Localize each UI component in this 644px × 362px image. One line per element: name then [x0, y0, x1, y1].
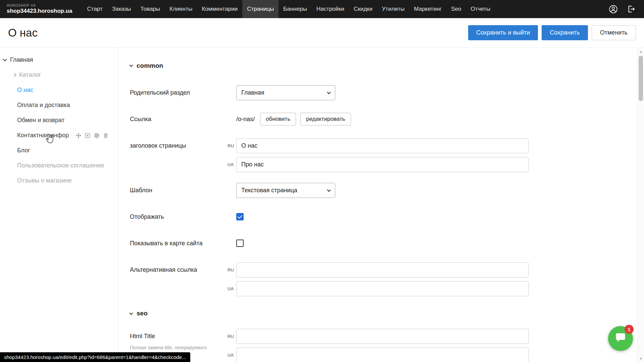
save-and-exit-button[interactable]: Сохранить и выйти: [468, 25, 538, 40]
topbar-right-actions: [609, 0, 644, 18]
lang-badge-ru: RU: [228, 267, 236, 272]
nav-item-clients[interactable]: Клиенты: [165, 0, 197, 18]
nav-item-settings[interactable]: Настройки: [312, 0, 349, 18]
parent-section-select[interactable]: Главная: [236, 85, 335, 100]
logo[interactable]: HOROSHOP V4 shop34423.horoshop.ua: [0, 0, 83, 18]
chevron-down-icon: [129, 311, 133, 315]
chevron-right-icon: [12, 73, 16, 77]
template-select[interactable]: Текстовая страница: [236, 183, 335, 198]
tree-item-label: Пользовательское соглашение: [17, 162, 104, 169]
nav-item-pages[interactable]: Страницы: [242, 0, 279, 18]
lang-badge-ru: RU: [228, 334, 236, 339]
pages-tree-sidebar: Главная Каталог О нас Оплата и доставка …: [0, 48, 118, 362]
logout-icon[interactable]: [627, 5, 635, 13]
tree-item-blog[interactable]: Блог: [0, 143, 118, 158]
scrollbar-thumb[interactable]: [639, 56, 643, 101]
chevron-down-icon: [327, 188, 331, 192]
tree-item-label: Контактная инфор: [17, 132, 69, 139]
section-common-toggle[interactable]: common: [130, 62, 644, 70]
link-refresh-button[interactable]: обновить: [260, 113, 296, 125]
vertical-scrollbar[interactable]: ▲ ▼: [637, 48, 644, 362]
lang-badge-ua: UA: [228, 353, 236, 358]
user-account-icon[interactable]: [609, 5, 618, 14]
nav-item-orders[interactable]: Заказы: [107, 0, 136, 18]
nav-item-utilities[interactable]: Утилиты: [377, 0, 409, 18]
nav-item-start[interactable]: Старт: [83, 0, 107, 18]
select-value: Текстовая страница: [241, 187, 297, 194]
html-title-ru-input[interactable]: [236, 329, 529, 344]
display-checkbox[interactable]: [236, 213, 244, 220]
nav-item-comments[interactable]: Комментарии: [197, 0, 242, 18]
page-title: О нас: [8, 27, 38, 39]
alt-link-ru-input[interactable]: [236, 262, 529, 277]
chat-unread-badge: 1: [625, 325, 634, 334]
page-edit-form: common Родительский раздел Главная Ссылк…: [118, 48, 644, 362]
html-title-ua-input[interactable]: [236, 348, 529, 362]
field-label: Ссылка: [130, 116, 228, 123]
tree-item-katalog[interactable]: Каталог: [0, 67, 118, 83]
form-row-sitemap: Показывать в карте сайта: [130, 236, 644, 251]
nav-item-marketing[interactable]: Маркетинг: [409, 0, 447, 18]
tree-item-oplata[interactable]: Оплата и доставка: [0, 98, 118, 113]
link-path-value: /o-nas/: [236, 116, 255, 123]
form-row-template: Шаблон Текстовая страница: [130, 183, 644, 198]
select-value: Главная: [241, 89, 264, 96]
page-title-ua-input[interactable]: [236, 157, 529, 172]
logo-domain: shop34423.horoshop.ua: [7, 8, 72, 14]
tree-item-glavnaya[interactable]: Главная: [0, 52, 118, 67]
top-navigation-bar: HOROSHOP V4 shop34423.horoshop.ua Старт …: [0, 0, 644, 18]
nav-item-reports[interactable]: Отчеты: [466, 0, 495, 18]
section-title: seo: [137, 310, 148, 317]
field-note: Полная замена title, генерируемого: [130, 345, 214, 351]
cancel-button[interactable]: Отменить: [592, 25, 636, 40]
browser-status-url: shop34423.horoshop.ua/edit/edit.php?id=6…: [0, 352, 190, 362]
section-seo-toggle[interactable]: seo: [130, 309, 644, 317]
trash-icon[interactable]: [103, 133, 109, 139]
nav-item-discounts[interactable]: Скидки: [349, 0, 377, 18]
field-label: Шаблон: [130, 187, 228, 194]
chat-bubble-icon: [614, 332, 627, 345]
link-edit-button[interactable]: редактировать: [300, 113, 351, 125]
content-area: Главная Каталог О нас Оплата и доставка …: [0, 48, 644, 362]
nav-item-seo[interactable]: Seo: [446, 0, 466, 18]
page-header: О нас Сохранить и выйти Сохранить Отмени…: [0, 18, 644, 48]
logo-version-label: HOROSHOP V4: [7, 4, 72, 7]
chat-launcher-button[interactable]: 1: [608, 326, 633, 351]
chevron-down-icon: [3, 57, 7, 61]
field-label: Html Title: [130, 329, 228, 344]
nav-item-products[interactable]: Товары: [136, 0, 165, 18]
form-row-parent-section: Родительский раздел Главная: [130, 85, 644, 100]
main-menu: Старт Заказы Товары Клиенты Комментарии …: [83, 0, 495, 18]
app-window: HOROSHOP V4 shop34423.horoshop.ua Старт …: [0, 0, 644, 362]
tree-item-kontaktnaya[interactable]: Контактная инфор: [0, 128, 118, 143]
form-row-display: Отображать: [130, 209, 644, 224]
tree-item-label: Обмен и возврат: [17, 117, 64, 124]
tree-item-label: Главная: [10, 56, 33, 63]
tree-item-agreement[interactable]: Пользовательское соглашение: [0, 158, 118, 173]
chevron-down-icon: [129, 63, 133, 67]
tree-item-label: Отзывы о магазине: [17, 177, 72, 184]
scroll-up-icon[interactable]: ▲: [638, 48, 644, 55]
sitemap-checkbox[interactable]: [236, 240, 244, 247]
lang-badge-ua: UA: [228, 286, 236, 291]
chevron-down-icon: [327, 90, 331, 94]
gear-icon[interactable]: [94, 133, 100, 139]
add-subpage-icon[interactable]: [85, 133, 91, 139]
alt-link-ua-input[interactable]: [236, 281, 529, 296]
field-label: Родительский раздел: [130, 89, 228, 96]
scroll-down-icon[interactable]: ▼: [638, 355, 644, 362]
tree-item-obmen[interactable]: Обмен и возврат: [0, 113, 118, 128]
save-button[interactable]: Сохранить: [542, 25, 588, 40]
form-row-link: Ссылка /o-nas/ обновить редактировать: [130, 112, 644, 127]
field-label: Отображать: [130, 213, 228, 220]
nav-item-banners[interactable]: Баннеры: [279, 0, 312, 18]
tree-item-reviews[interactable]: Отзывы о магазине: [0, 173, 118, 188]
form-row-alt-link: Альтернативная ссылка RU UA: [130, 262, 644, 296]
tree-item-label: Каталог: [19, 71, 41, 79]
move-icon[interactable]: [76, 133, 82, 139]
page-title-ru-input[interactable]: [236, 138, 529, 153]
tree-item-hover-actions: [76, 133, 109, 139]
tree-item-o-nas[interactable]: О нас: [0, 83, 118, 98]
lang-badge-ua: UA: [228, 162, 236, 167]
field-label: Показывать в карте сайта: [130, 240, 228, 247]
